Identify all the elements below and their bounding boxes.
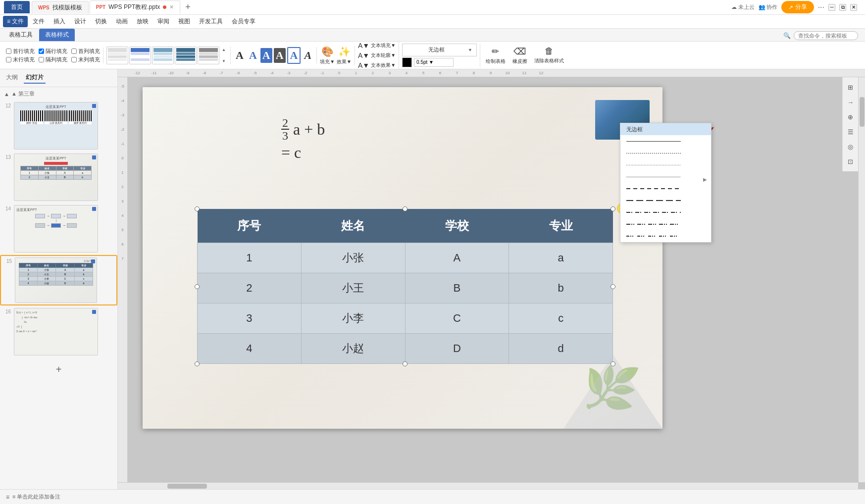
style-swatch-3[interactable] xyxy=(152,47,174,64)
border-option-dash-dot[interactable] xyxy=(620,206,711,218)
right-tool-2[interactable]: → xyxy=(845,96,857,108)
menu-slideshow[interactable]: 放映 xyxy=(133,16,153,27)
tab-table-tool[interactable]: 表格工具 xyxy=(3,29,39,41)
cb-last-col[interactable]: 末列填充 xyxy=(71,56,100,63)
border-option-dash-dot-dot[interactable] xyxy=(620,218,711,230)
slide-thumb-12[interactable]: 12 这是某某PPT 婚纱·亲选 山茶·素系列 xyxy=(0,101,117,151)
cb-alternate-row[interactable]: 隔行填充 xyxy=(39,48,67,55)
close-button[interactable]: ✕ xyxy=(850,4,857,11)
more-options-button[interactable]: ··· xyxy=(818,3,824,12)
border-option-dot-dot[interactable] xyxy=(620,171,711,183)
cb-first-row[interactable]: 首行填充 xyxy=(6,48,35,55)
border-option-dashed[interactable] xyxy=(620,183,711,195)
menu-view[interactable]: 视图 xyxy=(174,16,194,27)
panel-tab-slides[interactable]: 幻灯片 xyxy=(24,72,46,84)
border-dropdown-expand[interactable]: ▶ xyxy=(703,177,707,182)
menu-insert[interactable]: 插入 xyxy=(50,16,69,27)
style-swatch-5[interactable] xyxy=(198,47,219,64)
eraser-button[interactable]: ⌫ 橡皮擦 xyxy=(510,45,530,66)
handle-top-right[interactable] xyxy=(611,206,615,211)
right-tool-5[interactable]: ◎ xyxy=(845,141,857,152)
menu-design[interactable]: 设计 xyxy=(70,16,90,27)
handle-middle-left[interactable] xyxy=(195,284,200,289)
tab-table-style[interactable]: 表格样式 xyxy=(39,29,75,41)
style-swatch-4[interactable] xyxy=(175,47,197,64)
cell-3-3: C xyxy=(405,303,509,334)
collab-button[interactable]: 👥 协作 xyxy=(759,3,777,11)
slide-number-16: 16 xyxy=(3,309,11,314)
style-swatch-1[interactable] xyxy=(106,47,128,64)
right-tool-1[interactable]: ⊞ xyxy=(845,81,857,93)
tab-template[interactable]: WPS 找模版模板 xyxy=(32,1,89,14)
handle-bottom-center[interactable] xyxy=(403,361,407,366)
scrollbar-vertical[interactable] xyxy=(858,77,865,482)
menu-member[interactable]: 会员专享 xyxy=(228,16,259,27)
slide-thumb-15[interactable]: 15 2/3a+b=c 序号姓名学校专业 1小张Aa 2小王Bb 3小李Cc 4… xyxy=(0,255,117,305)
panel-tab-outline[interactable]: 大纲 xyxy=(4,72,20,84)
border-option-triple[interactable] xyxy=(620,230,711,242)
text-style-btn-blue[interactable]: A xyxy=(247,48,259,63)
tab-close-icon[interactable]: ✕ xyxy=(169,4,174,10)
text-style-btn-dark-bg[interactable]: A xyxy=(274,48,286,63)
text-outline-dropdown[interactable]: A▼ 文本轮廓▼ xyxy=(358,51,396,59)
text-style-btn-italic[interactable]: A xyxy=(302,48,313,63)
slide-thumb-14[interactable]: 14 这是某某PPT → → xyxy=(0,203,117,254)
restore-button[interactable]: ⧉ xyxy=(839,4,846,11)
handle-bottom-right[interactable] xyxy=(611,361,615,366)
text-style-btn-outline[interactable]: A xyxy=(287,47,301,64)
border-width-selector[interactable]: 0.5pt ▼ xyxy=(414,58,454,67)
border-option-long-dash[interactable] xyxy=(620,195,711,206)
border-style-selector[interactable]: 无边框 xyxy=(407,45,466,55)
add-slide-button[interactable]: + xyxy=(0,360,117,379)
text-fill-dropdown[interactable]: A▼ 文本填充▼ xyxy=(358,42,396,50)
border-option-none[interactable]: 无边框 xyxy=(620,123,711,135)
notes-bar[interactable]: ≡ ≡ 单击此处添加备注 xyxy=(0,489,865,504)
menu-review[interactable]: 审阅 xyxy=(153,16,173,27)
border-color-selector[interactable] xyxy=(402,57,412,67)
text-effect-dropdown[interactable]: A▼ 文本效果▼ xyxy=(358,61,396,69)
right-tool-6[interactable]: ⊡ xyxy=(845,155,857,167)
style-swatch-2[interactable] xyxy=(129,47,151,64)
menu-transition[interactable]: 切换 xyxy=(91,16,111,27)
fill-dropdown[interactable]: 🎨 填充▼ xyxy=(320,46,335,65)
draw-tools-group: ✏ 绘制表格 ⌫ 橡皮擦 🗑 清除表格样式 xyxy=(480,45,569,66)
handle-top-center[interactable] xyxy=(403,206,407,211)
fill-icon: 🎨 xyxy=(321,46,334,57)
search-input[interactable] xyxy=(794,31,858,40)
cb-alternate-col[interactable]: 隔列填充 xyxy=(39,56,67,63)
right-tool-4[interactable]: ☰ xyxy=(845,126,857,138)
cb-last-row[interactable]: 末行填充 xyxy=(6,56,35,63)
text-style-btn-plain[interactable]: A xyxy=(234,48,246,63)
tab-pptx[interactable]: PPT WPS PPT教程.pptx ✕ xyxy=(90,0,180,14)
handle-top-left[interactable] xyxy=(195,206,200,211)
text-style-group: A A A A A A xyxy=(231,47,317,64)
right-tool-3[interactable]: ⊕ xyxy=(845,111,857,123)
tab-home[interactable]: 首页 xyxy=(4,1,30,13)
clear-style-button[interactable]: 🗑 清除表格样式 xyxy=(532,45,566,66)
draw-table-button[interactable]: ✏ 绘制表格 xyxy=(483,45,508,66)
share-button[interactable]: ↗ 分享 xyxy=(781,1,814,13)
wps-logo: WPS xyxy=(38,5,50,10)
text-style-btn-white-bg[interactable]: A xyxy=(260,48,272,63)
menu-start[interactable]: 文件 xyxy=(29,16,49,27)
style-swatch-more[interactable]: ▲ ▼ xyxy=(220,47,227,64)
handle-bottom-left[interactable] xyxy=(195,361,200,366)
tab-add-button[interactable]: + xyxy=(181,2,195,12)
draw-table-icon: ✏ xyxy=(492,46,499,57)
slide-thumb-13[interactable]: 13 这是某某PPT 序号姓名学校专业 1小张Aa 2小王Bb xyxy=(0,152,117,202)
cloud-status[interactable]: ☁ 未上云 xyxy=(731,3,755,11)
slide-thumb-16[interactable]: 16 f(x) = { x+1, x<0 { -bx+√b-4ac 2a √T … xyxy=(0,306,117,357)
border-option-dotted[interactable] xyxy=(620,159,711,171)
border-option-solid-thin[interactable] xyxy=(620,135,711,147)
scrollbar-horizontal[interactable] xyxy=(118,482,858,489)
menu-devtools[interactable]: 开发工具 xyxy=(195,16,227,27)
menu-animation[interactable]: 动画 xyxy=(112,16,132,27)
plus-icon: + xyxy=(56,364,62,375)
effect-dropdown[interactable]: ✨ 效果▼ xyxy=(337,46,352,65)
border-option-dotted-fine[interactable] xyxy=(620,147,711,159)
cb-first-col[interactable]: 首列填充 xyxy=(71,48,100,55)
handle-middle-right[interactable] xyxy=(611,284,615,289)
border-dropdown-arrow[interactable]: ▼ xyxy=(468,48,472,52)
minimize-button[interactable]: ─ xyxy=(828,4,835,11)
menu-file[interactable]: ≡ 文件 xyxy=(3,16,28,27)
